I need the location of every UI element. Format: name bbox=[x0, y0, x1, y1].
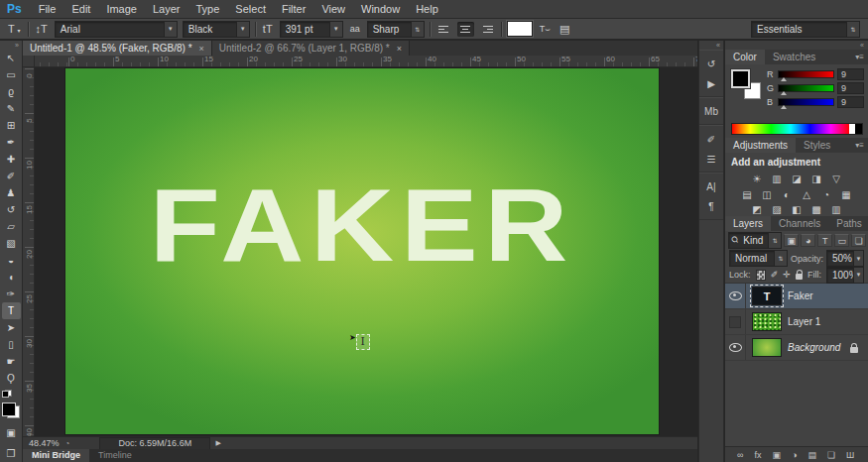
dropdown-arrow-icon[interactable]: ⇅ bbox=[774, 251, 787, 266]
layer-effects-icon[interactable]: fx bbox=[754, 450, 761, 460]
channel-value[interactable]: 9 bbox=[837, 82, 864, 94]
tab-close-icon[interactable]: × bbox=[199, 44, 204, 54]
lock-all-icon[interactable] bbox=[796, 274, 803, 280]
tool-presets-panel-icon[interactable]: ✐ bbox=[699, 129, 723, 149]
menu-item-view[interactable]: View bbox=[313, 0, 353, 18]
layer-visibility-toggle[interactable] bbox=[725, 335, 746, 360]
dropdown-arrow-icon[interactable]: ⇅ bbox=[846, 22, 859, 37]
ruler-origin[interactable] bbox=[23, 56, 35, 67]
photo-filter-icon[interactable]: △ bbox=[799, 188, 814, 201]
menu-item-filter[interactable]: Filter bbox=[274, 0, 313, 18]
channel-slider[interactable] bbox=[778, 70, 834, 78]
curves-icon[interactable]: ◪ bbox=[789, 173, 805, 186]
adjustments-tab-adjustments[interactable]: Adjustments bbox=[725, 138, 796, 153]
crop-tool-icon[interactable]: ⊞ bbox=[2, 117, 21, 134]
opacity-select[interactable]: 50% ▼ bbox=[826, 250, 864, 267]
dropdown-arrow-icon[interactable]: ▼ bbox=[164, 22, 177, 37]
gradient-map-icon[interactable]: ▥ bbox=[828, 204, 844, 217]
lock-image-pixels-icon[interactable]: ✐ bbox=[771, 270, 779, 280]
paragraph-panel-icon[interactable]: ¶ bbox=[699, 196, 723, 216]
black-white-icon[interactable]: ◐ bbox=[779, 188, 795, 201]
layer-visibility-toggle[interactable] bbox=[725, 309, 746, 334]
menu-item-layer[interactable]: Layer bbox=[145, 0, 188, 18]
panels-collapse-icon[interactable]: « bbox=[725, 41, 868, 50]
color-spectrum-ramp[interactable] bbox=[731, 123, 863, 135]
channel-value[interactable]: 9 bbox=[837, 68, 864, 80]
anti-alias-select[interactable]: Sharp ⇅ bbox=[367, 21, 425, 38]
link-layers-icon[interactable]: ∞ bbox=[737, 450, 743, 460]
font-size-select[interactable]: 391 pt ▼ bbox=[280, 21, 343, 38]
eraser-tool-icon[interactable]: ▱ bbox=[2, 218, 21, 235]
toolbar-collapse-icon[interactable]: » bbox=[15, 41, 22, 50]
foreground-color-swatch[interactable] bbox=[2, 403, 16, 416]
brush-tool-icon[interactable]: ✐ bbox=[2, 168, 21, 184]
bottom-tab-mini-bridge[interactable]: Mini Bridge bbox=[23, 449, 89, 462]
move-tool-icon[interactable]: ↖ bbox=[2, 50, 21, 66]
quick-selection-tool-icon[interactable]: ✎ bbox=[2, 100, 21, 117]
layers-tab-channels[interactable]: Channels bbox=[771, 216, 828, 231]
character-panel-icon[interactable]: A| bbox=[699, 176, 723, 196]
filter-smart-objects-icon[interactable]: ❏ bbox=[851, 234, 866, 247]
menu-item-select[interactable]: Select bbox=[227, 0, 274, 18]
levels-icon[interactable]: ▥ bbox=[769, 173, 785, 186]
zoom-tool-icon[interactable]: Ϙ bbox=[2, 370, 21, 387]
dodge-tool-icon[interactable]: ◖ bbox=[2, 269, 21, 286]
spot-healing-brush-tool-icon[interactable]: ✚ bbox=[2, 151, 21, 168]
slider-handle-icon[interactable] bbox=[781, 105, 787, 109]
lock-transparent-pixels-icon[interactable] bbox=[756, 270, 766, 281]
menu-item-window[interactable]: Window bbox=[353, 0, 408, 18]
slider-handle-icon[interactable] bbox=[781, 91, 787, 95]
blur-tool-icon[interactable]: ◒ bbox=[2, 252, 21, 269]
mini-bridge-panel-icon[interactable]: Mb bbox=[699, 101, 723, 121]
bottom-tab-timeline[interactable]: Timeline bbox=[89, 449, 141, 462]
actions-panel-icon[interactable]: ▶ bbox=[699, 73, 723, 93]
panel-menu-icon[interactable]: ▾≡ bbox=[855, 138, 868, 153]
layer-row[interactable]: Layer 1 bbox=[725, 309, 868, 335]
filter-pixel-layers-icon[interactable]: ▣ bbox=[784, 234, 799, 247]
new-layer-icon[interactable]: ❏ bbox=[827, 450, 835, 460]
menu-item-file[interactable]: File bbox=[31, 0, 64, 18]
blend-mode-select[interactable]: Normal ⇅ bbox=[729, 250, 788, 267]
document-tab[interactable]: Untitled-2 @ 66.7% (Layer 1, RGB/8) *× bbox=[212, 41, 410, 56]
color-balance-icon[interactable]: ◫ bbox=[759, 188, 775, 201]
pen-tool-icon[interactable]: ✑ bbox=[2, 286, 21, 302]
color-lookup-icon[interactable]: ▦ bbox=[838, 188, 854, 201]
adjustments-tab-styles[interactable]: Styles bbox=[796, 138, 838, 153]
panel-menu-icon[interactable]: ▾≡ bbox=[855, 50, 868, 64]
lock-position-icon[interactable]: ✛ bbox=[783, 270, 791, 280]
eyedropper-tool-icon[interactable]: ✒ bbox=[2, 134, 21, 151]
slider-handle-icon[interactable] bbox=[781, 77, 787, 81]
layer-mask-icon[interactable]: ▣ bbox=[772, 450, 781, 460]
properties-panel-icon[interactable]: ☰ bbox=[699, 149, 723, 169]
default-colors-icon[interactable] bbox=[2, 391, 12, 397]
layer-visibility-toggle[interactable] bbox=[725, 284, 746, 308]
dock-collapse-icon[interactable]: « bbox=[699, 41, 723, 50]
filter-shape-layers-icon[interactable]: ▭ bbox=[834, 234, 849, 247]
hue-saturation-icon[interactable]: ▤ bbox=[739, 188, 755, 201]
lasso-tool-icon[interactable]: ϱ bbox=[2, 83, 21, 100]
invert-icon[interactable]: ◩ bbox=[749, 204, 765, 217]
dropdown-arrow-icon[interactable]: ▼ bbox=[329, 22, 342, 37]
document-tab[interactable]: Untitled-1 @ 48.5% (Faker, RGB/8) *× bbox=[23, 41, 212, 56]
channel-mixer-icon[interactable]: ◔ bbox=[818, 188, 834, 201]
exposure-icon[interactable]: ◨ bbox=[808, 173, 824, 186]
warp-text-icon[interactable]: T⌣ bbox=[538, 24, 553, 35]
status-menu-arrow-icon[interactable]: ▶ bbox=[210, 439, 225, 447]
menu-item-image[interactable]: Image bbox=[98, 0, 145, 18]
zoom-level-field[interactable]: 48.47% bbox=[23, 438, 65, 448]
channel-value[interactable]: 9 bbox=[837, 96, 864, 108]
align-left-button[interactable] bbox=[435, 22, 452, 37]
menu-item-type[interactable]: Type bbox=[188, 0, 228, 18]
posterize-icon[interactable]: ▨ bbox=[769, 204, 785, 217]
path-selection-tool-icon[interactable]: ➤ bbox=[2, 319, 21, 336]
toggle-panels-icon[interactable]: ▤ bbox=[558, 23, 571, 36]
gradient-tool-icon[interactable]: ▧ bbox=[2, 235, 21, 252]
adjustment-layer-icon[interactable]: ◑ bbox=[792, 450, 797, 460]
quick-mask-mode-icon[interactable]: ▣ bbox=[2, 424, 21, 441]
menu-item-help[interactable]: Help bbox=[408, 0, 446, 18]
threshold-icon[interactable]: ◧ bbox=[789, 204, 805, 217]
color-tab-swatches[interactable]: Swatches bbox=[765, 50, 823, 64]
clone-stamp-tool-icon[interactable]: ♟ bbox=[2, 184, 21, 201]
screen-mode-icon[interactable]: ❐ bbox=[2, 445, 21, 462]
workspace-select[interactable]: Essentials ⇅ bbox=[751, 21, 860, 38]
